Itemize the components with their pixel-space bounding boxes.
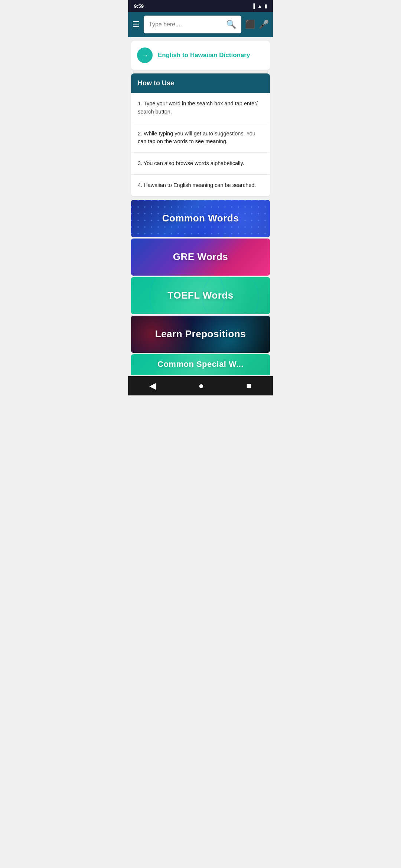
partial-banner[interactable]: Common Special W... (131, 354, 270, 375)
toefl-words-banner[interactable]: TOEFL Words (131, 277, 270, 314)
bottom-nav: ◀ ● ■ (128, 376, 273, 395)
top-bar: ☰ 🔍 ⬛ 🎤 (128, 12, 273, 37)
common-words-banner[interactable]: Common Words (131, 200, 270, 237)
search-input[interactable] (149, 21, 223, 28)
arrow-circle: → (137, 47, 153, 63)
wifi-icon: ▲ (257, 3, 262, 9)
gre-words-banner[interactable]: GRE Words (131, 239, 270, 276)
back-button[interactable]: ◀ (149, 381, 156, 391)
microphone-icon[interactable]: 🎤 (259, 20, 269, 29)
how-to-use-item-3: 3. You can also browse words alphabetica… (131, 153, 270, 175)
gre-words-label: GRE Words (173, 251, 228, 263)
dictionary-title-row[interactable]: → English to Hawaiian Dictionary (131, 41, 270, 70)
signal-icon: ▐ (252, 3, 255, 9)
home-button[interactable]: ● (198, 381, 204, 391)
battery-icon: ▮ (264, 3, 267, 9)
menu-icon[interactable]: ☰ (133, 20, 140, 29)
prepositions-banner[interactable]: Learn Prepositions (131, 316, 270, 353)
status-bar: 9:59 ▐ ▲ ▮ (128, 0, 273, 12)
how-to-use-item-1: 1. Type your word in the search box and … (131, 93, 270, 123)
search-box: 🔍 (144, 16, 241, 33)
dictionary-title: English to Hawaiian Dictionary (158, 52, 250, 59)
toefl-words-label: TOEFL Words (167, 290, 233, 301)
how-to-use-card: How to Use 1. Type your word in the sear… (131, 73, 270, 196)
partial-banner-label: Common Special W... (157, 359, 244, 369)
arrow-icon: → (141, 51, 149, 60)
status-time: 9:59 (134, 3, 144, 9)
top-action-icons: ⬛ 🎤 (245, 20, 269, 29)
search-button[interactable]: 🔍 (226, 20, 236, 29)
banners-container: Common Words GRE Words TOEFL Words Learn… (131, 200, 270, 375)
how-to-use-item-4: 4. Hawaiian to English meaning can be se… (131, 175, 270, 196)
common-words-label: Common Words (162, 213, 239, 224)
camera-scan-icon[interactable]: ⬛ (245, 20, 255, 29)
prepositions-label: Learn Prepositions (155, 328, 246, 340)
status-icons: ▐ ▲ ▮ (252, 3, 267, 9)
how-to-use-header: How to Use (131, 73, 270, 93)
how-to-use-item-2: 2. While typing you will get auto sugges… (131, 123, 270, 153)
how-to-use-body: 1. Type your word in the search box and … (131, 93, 270, 196)
recent-button[interactable]: ■ (246, 381, 252, 391)
